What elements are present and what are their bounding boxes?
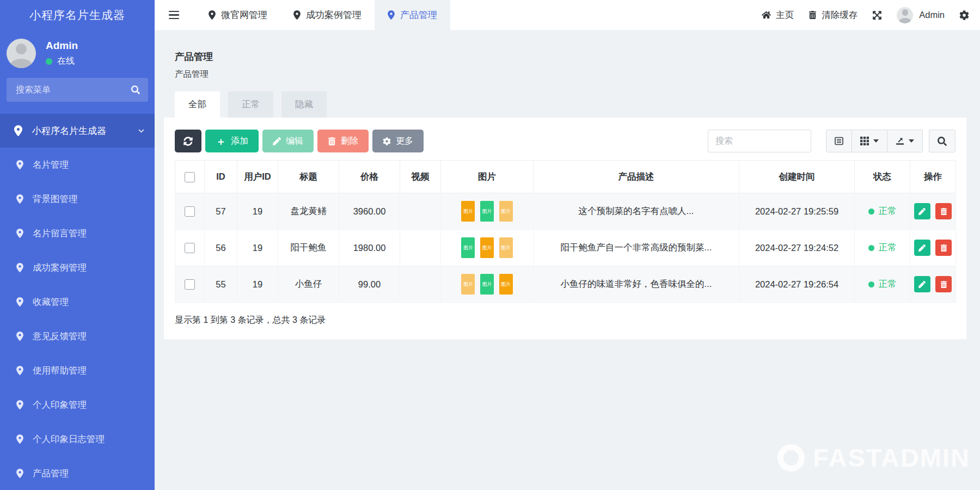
- clear-cache-link[interactable]: 清除缓存: [808, 9, 857, 21]
- watermark-text: FASTADMIN: [813, 443, 970, 473]
- topbar-tab-2-active[interactable]: 产品管理: [375, 0, 450, 30]
- more-label: 更多: [396, 136, 413, 147]
- topbar-tab-1[interactable]: 成功案例管理: [280, 0, 375, 30]
- image-thumbnail[interactable]: 图片: [499, 201, 513, 222]
- export-dropdown-button[interactable]: [887, 130, 923, 152]
- select-all-header[interactable]: [175, 161, 205, 193]
- grid-columns-icon: [860, 137, 869, 145]
- cell-images: 图片 图片 图片: [441, 193, 534, 230]
- sidebar-item-1[interactable]: 背景图管理: [0, 182, 155, 216]
- sidebar-item-0[interactable]: 名片管理: [0, 148, 155, 182]
- fullscreen-button[interactable]: [872, 10, 882, 20]
- image-thumbnail[interactable]: 图片: [480, 237, 494, 258]
- col-id[interactable]: ID: [205, 161, 237, 193]
- app-root: 小程序名片生成器 Admin 在线 小程序名片生成器 名片管理 背景图管理: [0, 0, 980, 490]
- image-thumbnail[interactable]: 图片: [480, 201, 494, 222]
- sidebar: 小程序名片生成器 Admin 在线 小程序名片生成器 名片管理 背景图管理: [0, 0, 155, 490]
- image-thumbnail[interactable]: 图片: [461, 201, 475, 222]
- sidebar-item-8[interactable]: 个人印象日志管理: [0, 422, 155, 456]
- cell-id: 57: [205, 193, 237, 230]
- sidebar-item-4[interactable]: 收藏管理: [0, 285, 155, 319]
- toggle-view-button[interactable]: [826, 130, 852, 152]
- image-thumbnail[interactable]: 图片: [480, 274, 494, 295]
- cell-status: 正常: [855, 193, 910, 230]
- edit-button[interactable]: 编辑: [262, 130, 314, 152]
- col-description[interactable]: 产品描述: [534, 161, 739, 193]
- cell-user-id: 19: [237, 266, 278, 303]
- image-thumbnail[interactable]: 图片: [461, 237, 475, 258]
- cell-status: 正常: [855, 266, 910, 303]
- cell-id: 56: [205, 230, 237, 266]
- select-all-checkbox[interactable]: [185, 172, 195, 182]
- row-delete-button[interactable]: [935, 240, 952, 256]
- search-icon[interactable]: [131, 85, 140, 94]
- row-edit-button[interactable]: [914, 240, 930, 256]
- page-title: 产品管理: [175, 50, 955, 63]
- row-delete-button[interactable]: [935, 203, 952, 219]
- gear-icon: [959, 10, 969, 20]
- sidebar-item-label: 收藏管理: [33, 296, 69, 308]
- refresh-button[interactable]: [175, 130, 201, 152]
- cell-description: 这个预制菜的名字有点唬人...: [534, 193, 739, 230]
- col-actions[interactable]: 操作: [910, 161, 956, 193]
- more-button[interactable]: 更多: [372, 130, 424, 152]
- advanced-search-button[interactable]: [929, 130, 955, 152]
- trash-icon: [808, 11, 817, 19]
- hamburger-menu-icon[interactable]: [167, 9, 181, 22]
- sidebar-section-mini-program[interactable]: 小程序名片生成器: [0, 114, 155, 148]
- status-dot-icon: [868, 209, 874, 215]
- status-badge: 正常: [868, 205, 897, 217]
- row-delete-button[interactable]: [935, 276, 952, 292]
- row-checkbox[interactable]: [185, 206, 195, 217]
- topbar-tab-0[interactable]: 微官网管理: [195, 0, 280, 30]
- sidebar-item-3[interactable]: 成功案例管理: [0, 250, 155, 285]
- user-avatar[interactable]: [7, 39, 36, 68]
- map-pin-icon: [16, 194, 23, 204]
- home-link[interactable]: 主页: [762, 9, 794, 21]
- app-title: 小程序名片生成器: [0, 0, 155, 30]
- toolbar-right: [708, 130, 955, 152]
- map-pin-icon: [16, 263, 23, 272]
- add-button[interactable]: ＋ 添加: [205, 130, 259, 152]
- filter-tab-all[interactable]: 全部: [175, 91, 220, 118]
- col-title[interactable]: 标题: [278, 161, 339, 193]
- sidebar-item-6[interactable]: 使用帮助管理: [0, 353, 155, 388]
- sidebar-item-2[interactable]: 名片留言管理: [0, 216, 155, 250]
- image-thumbnail[interactable]: 图片: [499, 237, 513, 258]
- col-price[interactable]: 价格: [339, 161, 400, 193]
- col-status[interactable]: 状态: [855, 161, 910, 193]
- filter-tab-normal[interactable]: 正常: [228, 91, 273, 118]
- cell-created: 2024-02-27 19:26:54: [739, 266, 855, 303]
- col-user-id[interactable]: 用户ID: [237, 161, 278, 193]
- sidebar-item-7[interactable]: 个人印象管理: [0, 388, 155, 422]
- image-thumbnail[interactable]: 图片: [461, 274, 475, 295]
- col-images[interactable]: 图片: [441, 161, 534, 193]
- cell-title: 盘龙黄鳝: [278, 193, 339, 230]
- topbar-tab-label: 微官网管理: [221, 9, 267, 21]
- refresh-icon: [183, 137, 193, 146]
- user-status: 在线: [46, 56, 78, 67]
- row-edit-button[interactable]: [914, 203, 930, 219]
- columns-dropdown-button[interactable]: [852, 130, 887, 152]
- sidebar-item-5[interactable]: 意见反馈管理: [0, 319, 155, 353]
- topbar-user[interactable]: Admin: [897, 7, 945, 23]
- sidebar-item-label: 产品管理: [33, 468, 69, 480]
- delete-button[interactable]: 删除: [317, 130, 369, 152]
- row-checkbox[interactable]: [185, 243, 195, 253]
- col-created[interactable]: 创建时间: [739, 161, 855, 193]
- sidebar-item-9[interactable]: 产品管理: [0, 456, 155, 490]
- online-dot-icon: [46, 58, 52, 65]
- image-thumbnail[interactable]: 图片: [499, 274, 513, 295]
- col-video[interactable]: 视频: [400, 161, 441, 193]
- topbar-tab-label: 产品管理: [400, 9, 437, 21]
- map-pin-icon: [16, 400, 23, 409]
- filter-tab-hidden[interactable]: 隐藏: [281, 91, 327, 118]
- settings-button[interactable]: [959, 10, 969, 20]
- list-view-icon: [835, 137, 843, 145]
- row-edit-button[interactable]: [914, 276, 930, 292]
- cell-video: [400, 266, 441, 303]
- cell-actions: [910, 230, 956, 266]
- table-search-input[interactable]: [708, 130, 811, 152]
- row-checkbox[interactable]: [185, 279, 195, 290]
- sidebar-search-input[interactable]: [15, 84, 131, 95]
